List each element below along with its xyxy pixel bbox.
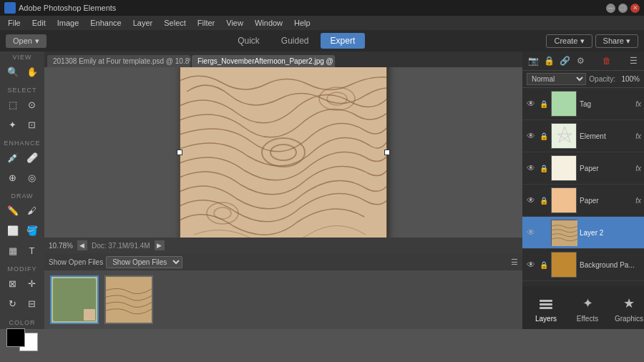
tab-1[interactable]: 201308 Emily at Four template.psd @ 10.8… [47,55,190,67]
menu-select[interactable]: Select [159,17,191,29]
draw-tools-row3: ▦ T [0,240,44,260]
modify-tools-row1: ⊠ ✛ [0,273,44,293]
layer-item-background[interactable]: 👁 🔒 Background Pa... [522,249,644,281]
panel-options-icon[interactable]: ☰ [511,258,518,267]
foreground-color[interactable] [6,328,25,347]
thumbnail-1[interactable] [50,275,99,324]
layer-link-icon[interactable]: 🔗 [558,54,571,67]
transform-tool[interactable]: ⊠ [4,275,21,292]
layer-fx-tag[interactable]: fx [635,100,641,108]
menu-filter[interactable]: Filter [192,17,220,29]
layer-vis-layer2[interactable]: 👁 [525,227,537,238]
lasso-tool[interactable]: ⊙ [24,96,41,113]
layer-camera-icon[interactable]: 📷 [527,54,540,67]
opacity-label: Opacity: [589,75,615,83]
zoom-tool[interactable]: 🔍 [4,63,21,80]
layer-item-layer2[interactable]: 👁 🔒 Layer 2 [522,217,644,249]
layer-item-tag[interactable]: 👁 🔒 Tag fx [522,88,644,120]
layer-fx-paper1[interactable]: fx [635,165,641,172]
gradient-tool[interactable]: ▦ [4,242,21,259]
thumb-svg [106,277,152,323]
layer-vis-background[interactable]: 👁 [525,259,537,270]
layer-item-paper1[interactable]: 👁 🔒 Paper fx [522,152,644,185]
layer-delete-icon[interactable]: 🗑 [600,54,613,67]
blend-mode-select[interactable]: Normal Multiply Screen Overlay [527,73,586,85]
window-controls: ─ □ ✕ [606,4,640,13]
minimize-button[interactable]: ─ [606,4,615,13]
menu-enhance[interactable]: Enhance [85,17,126,29]
paint-tool[interactable]: 🖌 [24,202,41,219]
mode-quick[interactable]: Quick [228,33,270,49]
crop-tool[interactable]: ⊟ [24,295,41,312]
open-button[interactable]: Open ▾ [6,34,47,48]
text-tool[interactable]: T [24,242,41,259]
layer-item-paper2[interactable]: 👁 🔒 Paper fx [522,185,644,217]
layers-menu-icon[interactable]: ☰ [627,54,640,67]
layer-vis-paper1[interactable]: 👁 [525,162,537,174]
select-tools-row2: ✦ ⊡ [0,114,44,134]
enhance-tools-row2: ⊕ ◎ [0,167,44,187]
close-button[interactable]: ✕ [630,4,640,13]
layer-fx-element[interactable]: fx [635,132,641,140]
maximize-button[interactable]: □ [618,4,628,13]
canvas-svg [180,67,387,238]
layer-vis-element[interactable]: 👁 [525,130,537,142]
mode-expert[interactable]: Expert [321,33,366,49]
status-nav-prev[interactable]: ◀ [77,240,87,250]
layer-lock-icon[interactable]: 🔒 [542,54,555,67]
layer-settings-icon[interactable]: ⚙ [574,54,587,67]
layer-item-element[interactable]: 👁 🔒 Element fx [522,120,644,152]
select-tool[interactable]: ⊡ [24,116,41,133]
tab-2[interactable]: Fiergs_NovemberAfternoon_Paper2.jpg @ 10… [192,55,335,67]
eyedropper-tool[interactable]: 💉 [4,149,21,166]
handle-middle-right[interactable] [384,150,390,155]
mode-guided[interactable]: Guided [271,33,319,49]
open-chevron-icon: ▾ [35,36,39,46]
open-files-select[interactable]: Show Open Files [106,256,182,268]
rotate-tool[interactable]: ↻ [4,295,21,312]
app-icon [4,2,16,14]
view-label: VIEW [0,52,44,62]
menu-image[interactable]: Image [52,17,84,29]
create-chevron-icon: ▾ [580,36,585,45]
handle-middle-left[interactable] [177,150,182,155]
status-bar: 10.78% ◀ Doc: 37.1M/91.4M ▶ [44,238,522,253]
menu-view[interactable]: View [221,17,248,29]
blur-tool[interactable]: ◎ [24,169,41,186]
layers-panel-btn[interactable]: Layers [525,290,567,326]
menu-window[interactable]: Window [250,17,288,29]
enhance-tools-row1: 💉 🩹 [0,147,44,167]
thumbnail-2[interactable] [104,275,153,324]
status-nav-next[interactable]: ▶ [155,240,165,250]
eraser-tool[interactable]: ⬜ [4,222,21,239]
layer-vis-paper2[interactable]: 👁 [525,195,537,206]
clone-tool[interactable]: ⊕ [4,169,21,186]
workspace[interactable] [44,67,522,238]
doc-info: Doc: 37.1M/91.4M [92,242,150,250]
layer-vis-tag[interactable]: 👁 [525,98,537,109]
svg-rect-10 [552,220,577,246]
move-tool[interactable]: ✛ [24,275,41,292]
spot-heal-tool[interactable]: 🩹 [24,149,41,166]
menu-layer[interactable]: Layer [128,17,158,29]
menu-edit[interactable]: Edit [27,17,51,29]
graphics-panel-label: Graphics [615,315,643,323]
magic-wand-tool[interactable]: ✦ [4,116,21,133]
layers-list: 👁 🔒 Tag fx 👁 🔒 Element fx 👁 🔒 [522,88,644,286]
hand-tool[interactable]: ✋ [24,63,41,80]
right-panel: 📷 🔒 🔗 ⚙ 🗑 ☰ Normal Multiply Screen Overl… [522,52,644,329]
tabs-bar: 201308 Emily at Four template.psd @ 10.8… [44,52,522,67]
graphics-panel-btn[interactable]: ★ Graphics [608,290,644,326]
layer-lock-paper1: 🔒 [540,164,548,172]
menu-file[interactable]: File [3,17,26,29]
share-button[interactable]: Share ▾ [595,34,638,48]
menu-help[interactable]: Help [289,17,316,29]
brush-tool[interactable]: ✏️ [4,202,21,219]
create-label: Create [554,36,577,45]
layer-fx-paper2[interactable]: fx [635,197,641,205]
bucket-tool[interactable]: 🪣 [24,222,41,239]
mode-selector: Quick Guided Expert [228,33,365,49]
effects-panel-btn[interactable]: ✦ Effects [567,290,608,326]
marquee-tool[interactable]: ⬚ [4,96,21,113]
create-button[interactable]: Create ▾ [546,34,592,48]
